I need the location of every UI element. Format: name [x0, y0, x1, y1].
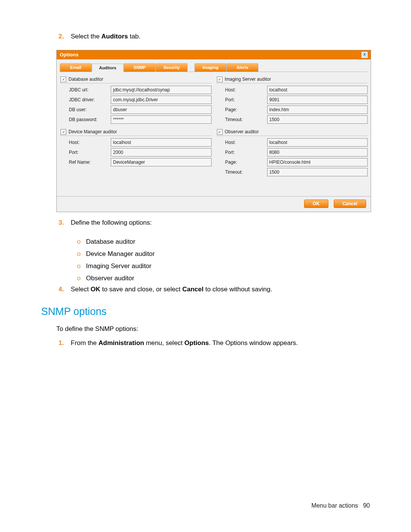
dialog-body: Database auditor JDBC url: jdbc:mysql://…: [57, 72, 371, 196]
field-timeout: Timeout: 1500: [216, 168, 368, 176]
sub-item: o Database auditor: [41, 236, 370, 248]
right-column: Imaging Server auditor Host: localhost P…: [216, 76, 368, 181]
step-list-snmp: 1. From the Administration menu, select …: [41, 338, 370, 351]
field-input[interactable]: ******: [111, 115, 212, 124]
sub-text: Device Manager auditor: [86, 249, 155, 259]
step-text: Select OK to save and close, or select C…: [71, 285, 272, 294]
field-label: Page:: [216, 107, 267, 112]
step-number: 4.: [56, 285, 64, 294]
field-port: Port: 2000: [60, 148, 212, 157]
field-input[interactable]: localhost: [111, 138, 212, 147]
group-header: Database auditor: [60, 76, 212, 83]
page-footer: Menu bar actions 90: [311, 502, 370, 509]
field-label: DB user:: [60, 107, 111, 112]
tabs-group-right: Imaging Alerts: [194, 63, 258, 72]
document-page: 2. Select the Auditors tab. Options x Em…: [0, 0, 411, 532]
dialog-title: Options: [60, 52, 78, 58]
group-title: Database auditor: [68, 77, 103, 82]
field-port: Port: 8080: [216, 148, 368, 157]
field-label: Port:: [60, 150, 111, 155]
tab-imaging[interactable]: Imaging: [194, 63, 226, 72]
field-input[interactable]: 2000: [111, 148, 212, 157]
field-host: Host: localhost: [216, 86, 368, 94]
step-2: 2. Select the Auditors tab.: [41, 31, 370, 45]
database-auditor-group: Database auditor JDBC url: jdbc:mysql://…: [60, 76, 212, 124]
sub-item: o Device Manager auditor: [41, 248, 370, 260]
step-list-mid-2: 4. Select OK to save and close, or selec…: [41, 284, 370, 297]
tabs-row: Email Auditors SNMP Security Imaging Ale…: [60, 63, 368, 72]
checkbox-checked-icon[interactable]: [217, 77, 223, 82]
options-dialog: Options x Email Auditors SNMP Security I…: [56, 50, 371, 212]
device-manager-auditor-group: Device Manager auditor Host: localhost P…: [60, 128, 212, 166]
field-input[interactable]: com.mysql.jdbc.Driver: [111, 96, 212, 104]
sub-text: Database auditor: [86, 237, 135, 246]
bullet-icon: o: [75, 237, 81, 246]
observer-auditor-group: Observer auditor Host: localhost Port: 8…: [216, 128, 368, 176]
step-4: 4. Select OK to save and close, or selec…: [41, 284, 370, 297]
tabs-group-left: Email Auditors SNMP Security: [60, 63, 188, 72]
sub-item: o Observer auditor: [41, 272, 370, 284]
field-label: DB password:: [60, 117, 111, 122]
field-db-user: DB user: dbuser: [60, 105, 212, 114]
field-input[interactable]: jdbc:mysql://localhost/synap: [111, 86, 212, 94]
checkbox-checked-icon[interactable]: [61, 77, 66, 82]
bullet-icon: o: [75, 274, 81, 283]
field-db-password: DB password: ******: [60, 115, 212, 124]
tab-snmp[interactable]: SNMP: [124, 63, 156, 72]
footer-text: Menu bar actions: [311, 502, 358, 509]
field-input[interactable]: 9091: [267, 96, 368, 104]
field-label: Host:: [216, 140, 267, 145]
field-input[interactable]: index.htm: [267, 105, 368, 114]
field-label: Host:: [216, 87, 267, 93]
cancel-button[interactable]: Cancel: [334, 200, 366, 208]
step-number: 1.: [56, 339, 64, 348]
field-label: Timeout:: [216, 169, 267, 175]
field-label: Timeout:: [216, 117, 267, 122]
field-input[interactable]: dbuser: [111, 105, 212, 114]
tab-auditors[interactable]: Auditors: [92, 64, 124, 72]
field-host: Host: localhost: [60, 138, 212, 147]
checkbox-checked-icon[interactable]: [217, 129, 223, 135]
field-label: Page:: [216, 160, 267, 165]
section-heading: SNMP options: [41, 306, 370, 318]
dialog-button-bar: OK Cancel: [57, 196, 371, 212]
tab-alerts[interactable]: Alerts: [226, 63, 258, 72]
close-icon[interactable]: x: [362, 52, 368, 58]
tab-email[interactable]: Email: [60, 63, 92, 72]
tab-security[interactable]: Security: [156, 63, 188, 72]
group-header: Imaging Server auditor: [216, 76, 368, 83]
field-page: Page: index.htm: [216, 105, 368, 114]
field-label: Ref Name:: [60, 160, 111, 165]
field-label: JDBC url:: [60, 87, 111, 93]
field-ref-name: Ref Name: DeviceManager: [60, 158, 212, 166]
step-list-mid: 3. Define the following options:: [41, 217, 370, 231]
left-column: Database auditor JDBC url: jdbc:mysql://…: [60, 76, 212, 181]
field-input[interactable]: localhost: [267, 138, 368, 147]
group-header: Observer auditor: [216, 128, 368, 136]
sub-list: o Database auditor o Device Manager audi…: [41, 236, 370, 284]
imaging-server-auditor-group: Imaging Server auditor Host: localhost P…: [216, 76, 368, 124]
sub-item: o Imaging Server auditor: [41, 260, 370, 272]
field-input[interactable]: localhost: [267, 86, 368, 94]
field-jdbc-url: JDBC url: jdbc:mysql://localhost/synap: [60, 86, 212, 94]
field-input[interactable]: 8080: [267, 148, 368, 157]
group-title: Device Manager auditor: [68, 129, 117, 134]
field-label: Port:: [216, 150, 267, 155]
field-input[interactable]: 1500: [267, 168, 368, 176]
bullet-icon: o: [75, 262, 81, 271]
field-input[interactable]: DeviceManager: [111, 158, 212, 166]
checkbox-checked-icon[interactable]: [61, 129, 66, 135]
sub-text: Imaging Server auditor: [86, 262, 151, 271]
bullet-icon: o: [75, 249, 81, 259]
field-input[interactable]: 1500: [267, 115, 368, 124]
group-header: Device Manager auditor: [60, 128, 212, 136]
step-text: From the Administration menu, select Opt…: [71, 339, 298, 348]
field-input[interactable]: HPIEO/console.html: [267, 158, 368, 166]
step-1-snmp: 1. From the Administration menu, select …: [41, 338, 370, 351]
field-timeout: Timeout: 1500: [216, 115, 368, 124]
dialog-titlebar: Options x: [57, 50, 371, 59]
step-text: Select the Auditors tab.: [71, 32, 140, 42]
footer-page: 90: [363, 502, 370, 509]
snmp-intro: To define the SNMP options:: [41, 324, 370, 334]
ok-button[interactable]: OK: [304, 200, 328, 208]
